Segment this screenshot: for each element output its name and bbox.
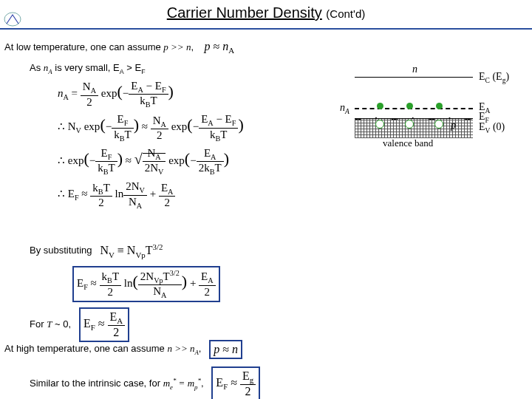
boxed-eq-1: EF ≈ kBT2 ln(2NVpT3/2NA) + EA2 [72, 266, 220, 302]
acceptor-level-line [355, 108, 473, 109]
line-low-temp: At low temperature, one can assume p >> … [4, 40, 234, 55]
electron-icon [436, 103, 443, 109]
line-similar: Similar to the intrinsic case, for me* =… [30, 366, 260, 399]
electron-icon [406, 103, 413, 109]
line-t0: For T ~ 0, EF ≈ EA2 [30, 307, 129, 342]
t: is very small, E [55, 62, 119, 73]
electron-icon [377, 103, 383, 109]
equation-block: nA = NA2 exp(−EA − EFkBT) ∴ NV exp(−EFkB… [58, 80, 301, 210]
t: For T ~ 0, [30, 318, 71, 330]
eq-step3: ∴ exp(−EFkBT) ≈ √NA2NV exp(−EA2kBT) [58, 147, 301, 176]
title-main: Carrier Number Density [167, 4, 322, 21]
boxed-eq-3: p ≈ n [209, 340, 242, 359]
slide-header: Carrier Number Density (Cont'd) [0, 0, 532, 30]
pn: p >> n [163, 41, 191, 52]
t: At high temperature, one can assume [4, 343, 167, 354]
lbl-ev: EV (0) [479, 121, 505, 134]
lbl-n: n [412, 64, 417, 75]
line-high-temp: At high temperature, one can assume n >>… [4, 340, 242, 359]
eq-na-def: nA = NA2 exp(−EA − EFkBT) [58, 80, 301, 109]
eq-p-approx-na: p ≈ nA [204, 40, 234, 55]
txt: At low temperature, one can assume [4, 41, 163, 52]
lbl-valence-band: valence band [383, 137, 433, 149]
t: > E [126, 62, 141, 73]
t: As [30, 62, 44, 73]
conduction-band-line [355, 77, 473, 78]
t: Similar to the intrinsic case, for [30, 378, 163, 389]
title-cont: (Cont'd) [326, 7, 365, 20]
eq-step2: ∴ NV exp(−EFkBT) ≈ NA2 exp(−EA − EFkBT) [58, 113, 301, 142]
hole-icon [405, 120, 414, 129]
hole-icon [375, 120, 384, 129]
page-title: Carrier Number Density (Cont'd) [0, 4, 532, 21]
lbl-p: p [451, 120, 456, 132]
band-diagram: n EC (Eg) — · — · — · — · — · — nA p val… [355, 68, 525, 157]
lbl-na: nA [340, 102, 349, 115]
eq-step4: ∴ EF ≈ kBT2 ln2NVNA + EA2 [58, 180, 301, 209]
boxed-eq-2: EF ≈ EA2 [79, 307, 129, 342]
boxed-eq-4: EF ≈ Eg2 [211, 366, 260, 399]
eq-ef-full: EF ≈ kBT2 ln(2NVpT3/2NA) + EA2 [72, 266, 220, 302]
line-by-sub: By substituting NV ≡ NVpT3/2 [30, 242, 163, 259]
line-na-small: As nA is very small, EA > EF [30, 62, 146, 75]
eq-nv-def: NV ≡ NVpT3/2 [100, 242, 163, 259]
hole-icon [434, 120, 443, 129]
t: By substituting [30, 245, 92, 256]
lbl-ec: EC (Eg) [479, 71, 509, 84]
